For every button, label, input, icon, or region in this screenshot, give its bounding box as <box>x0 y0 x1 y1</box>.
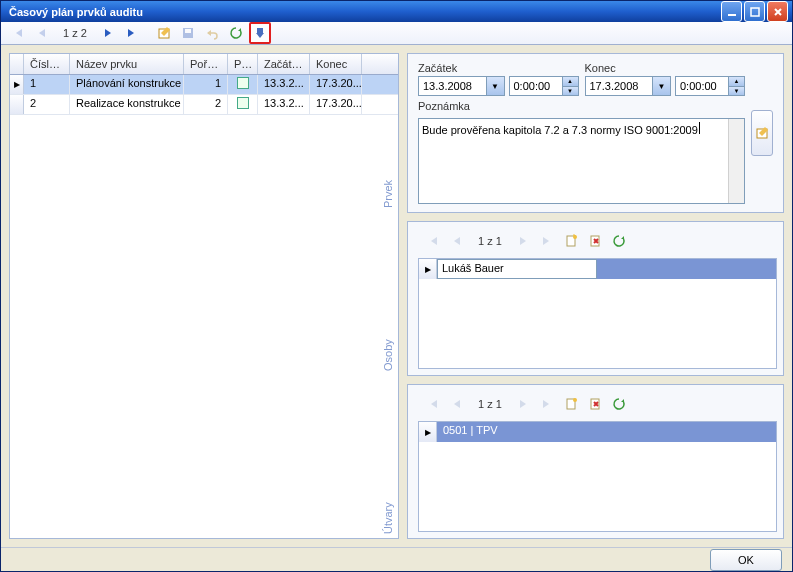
prvek-label: Prvek <box>382 180 394 208</box>
zacatek-label: Začátek <box>418 62 579 74</box>
konec-label: Konec <box>585 62 746 74</box>
minimize-button[interactable] <box>721 1 742 22</box>
osoby-nav-prev[interactable] <box>446 230 468 252</box>
utvary-nav-first[interactable] <box>422 393 444 415</box>
cell-cislo: 1 <box>24 75 70 94</box>
osoby-panel: Osoby 1 z 1 ▶ Lukáš Bauer <box>407 221 784 376</box>
undo-button[interactable] <box>201 22 223 44</box>
konec-time-field[interactable]: 0:00:00 <box>675 76 729 96</box>
osoby-refresh-button[interactable] <box>608 230 630 252</box>
konec-date-field[interactable]: 17.3.2008 <box>585 76 654 96</box>
zacatek-date-dropdown[interactable]: ▼ <box>487 76 505 96</box>
cell-konec: 17.3.20... <box>310 75 362 94</box>
utvary-add-button[interactable] <box>560 393 582 415</box>
cell-cislo: 2 <box>24 95 70 114</box>
table-row[interactable]: 2 Realizace konstrukce 2 13.3.2... 17.3.… <box>10 95 398 115</box>
osoby-nav-first[interactable] <box>422 230 444 252</box>
zacatek-date-field[interactable]: 13.3.2008 <box>418 76 487 96</box>
cell-pora: 1 <box>184 75 228 94</box>
osoby-add-button[interactable] <box>560 230 582 252</box>
prvek-panel: Prvek Začátek 13.3.2008 ▼ 0:00:00 ▲▼ <box>407 53 784 213</box>
body-area: Číslo ... Název prvku Pořa... Pr... Začá… <box>1 45 792 547</box>
save-button[interactable] <box>177 22 199 44</box>
cell-pr <box>228 75 258 94</box>
osoby-delete-button[interactable] <box>584 230 606 252</box>
utvary-refresh-button[interactable] <box>608 393 630 415</box>
poznamka-label: Poznámka <box>418 100 745 112</box>
app-window: Časový plán prvků auditu 1 z 2 Číslo ...… <box>0 0 793 572</box>
right-panel: Prvek Začátek 13.3.2008 ▼ 0:00:00 ▲▼ <box>407 53 784 539</box>
poznamka-text: Bude prověřena kapitola 7.2 a 7.3 normy … <box>422 124 698 136</box>
status-square-icon <box>237 97 249 109</box>
osoby-position: 1 z 1 <box>470 235 510 247</box>
svg-rect-1 <box>751 8 759 16</box>
utvary-nav-prev[interactable] <box>446 393 468 415</box>
osoby-nav-next[interactable] <box>512 230 534 252</box>
svg-point-8 <box>573 235 577 239</box>
nav-prev-button[interactable] <box>31 22 53 44</box>
osoby-row[interactable]: ▶ Lukáš Bauer <box>419 259 776 279</box>
svg-rect-0 <box>728 14 736 16</box>
prvek-edit-button[interactable] <box>751 110 773 156</box>
utvary-panel: Útvary 1 z 1 ▶ 0501 | TPV <box>407 384 784 539</box>
poznamka-textarea[interactable]: Bude prověřena kapitola 7.2 a 7.3 normy … <box>418 118 745 204</box>
nav-last-button[interactable] <box>121 22 143 44</box>
window-title: Časový plán prvků auditu <box>9 6 721 18</box>
cell-zacatek: 13.3.2... <box>258 95 310 114</box>
edit-button[interactable] <box>153 22 175 44</box>
utvary-cell: 0501 | TPV <box>437 422 776 442</box>
utvary-row[interactable]: ▶ 0501 | TPV <box>419 422 776 442</box>
utvary-label: Útvary <box>382 502 394 534</box>
utvary-toolbar: 1 z 1 <box>418 391 777 417</box>
osoby-name-cell[interactable]: Lukáš Bauer <box>437 259 597 279</box>
konec-time-spin[interactable]: ▲▼ <box>729 76 745 96</box>
text-cursor <box>699 122 700 134</box>
utvary-nav-next[interactable] <box>512 393 534 415</box>
konec-date-dropdown[interactable]: ▼ <box>653 76 671 96</box>
svg-rect-4 <box>185 29 191 33</box>
osoby-toolbar: 1 z 1 <box>418 228 777 254</box>
svg-rect-5 <box>257 28 263 33</box>
osoby-label: Osoby <box>382 339 394 371</box>
zacatek-time-spin[interactable]: ▲▼ <box>563 76 579 96</box>
utvary-position: 1 z 1 <box>470 398 510 410</box>
header-pr[interactable]: Pr... <box>228 54 258 74</box>
status-square-icon <box>237 77 249 89</box>
cell-konec: 17.3.20... <box>310 95 362 114</box>
close-button[interactable] <box>767 1 788 22</box>
utvary-nav-last[interactable] <box>536 393 558 415</box>
cell-nazev: Plánování konstrukce <box>70 75 184 94</box>
osoby-grid: ▶ Lukáš Bauer <box>418 258 777 369</box>
footer: OK <box>1 547 792 571</box>
header-nazev[interactable]: Název prvku <box>70 54 184 74</box>
refresh-button[interactable] <box>225 22 247 44</box>
table-row[interactable]: ▶ 1 Plánování konstrukce 1 13.3.2... 17.… <box>10 75 398 95</box>
move-down-button[interactable] <box>249 22 271 44</box>
grid-header: Číslo ... Název prvku Pořa... Pr... Začá… <box>10 54 398 75</box>
record-position: 1 z 2 <box>55 27 95 39</box>
row-indicator-icon: ▶ <box>419 422 437 442</box>
utvary-grid: ▶ 0501 | TPV <box>418 421 777 532</box>
cell-pr <box>228 95 258 114</box>
poznamka-scrollbar[interactable] <box>728 119 744 203</box>
maximize-button[interactable] <box>744 1 765 22</box>
titlebar: Časový plán prvků auditu <box>1 1 792 22</box>
main-toolbar: 1 z 2 <box>1 22 792 45</box>
header-konec[interactable]: Konec <box>310 54 362 74</box>
row-indicator-icon: ▶ <box>10 75 24 94</box>
row-indicator-icon: ▶ <box>419 259 437 279</box>
nav-first-button[interactable] <box>7 22 29 44</box>
header-pora[interactable]: Pořa... <box>184 54 228 74</box>
header-cislo[interactable]: Číslo ... <box>24 54 70 74</box>
header-zacatek[interactable]: Začátek <box>258 54 310 74</box>
osoby-nav-last[interactable] <box>536 230 558 252</box>
zacatek-time-field[interactable]: 0:00:00 <box>509 76 563 96</box>
header-indicator <box>10 54 24 74</box>
svg-point-11 <box>573 398 577 402</box>
cell-zacatek: 13.3.2... <box>258 75 310 94</box>
utvary-delete-button[interactable] <box>584 393 606 415</box>
ok-button[interactable]: OK <box>710 549 782 571</box>
nav-next-button[interactable] <box>97 22 119 44</box>
elements-grid: Číslo ... Název prvku Pořa... Pr... Začá… <box>9 53 399 539</box>
cell-pora: 2 <box>184 95 228 114</box>
